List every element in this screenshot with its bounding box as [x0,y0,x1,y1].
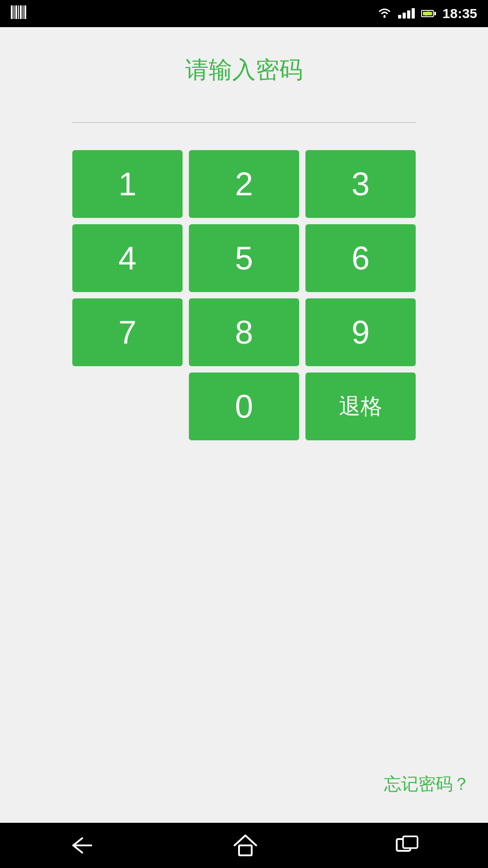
svg-rect-0 [11,5,13,19]
key-7[interactable]: 7 [72,298,183,366]
status-bar: ⚡ 18:35 [0,0,488,27]
status-bar-right: ⚡ 18:35 [377,6,477,21]
svg-rect-1 [14,5,14,19]
svg-rect-3 [18,5,19,19]
svg-rect-5 [23,5,23,19]
nav-recents-button[interactable] [388,828,427,863]
svg-rect-9 [239,845,252,855]
key-3[interactable]: 3 [305,150,416,218]
svg-rect-4 [20,5,22,19]
key-8[interactable]: 8 [189,298,299,366]
signal-icon [398,7,415,20]
status-bar-left [11,5,26,22]
prompt-title: 请输入密码 [185,54,303,86]
home-icon [233,834,258,857]
bottom-area: 忘记密码？ [0,440,488,823]
barcode-icon [11,5,26,22]
nav-home-button[interactable] [225,826,265,864]
svg-rect-11 [403,836,418,848]
svg-rect-6 [24,5,26,19]
wifi-icon [377,7,392,20]
status-time: 18:35 [442,6,477,21]
key-9[interactable]: 9 [305,298,416,366]
svg-point-7 [384,16,386,18]
input-line [72,122,416,123]
main-content: 请输入密码 1 2 3 4 5 6 7 8 9 0 退格 [0,27,488,440]
svg-rect-2 [15,5,17,19]
forgot-password-link[interactable]: 忘记密码？ [384,773,470,796]
key-5[interactable]: 5 [189,224,299,292]
key-2[interactable]: 2 [189,150,299,218]
nav-bar [0,823,488,868]
back-icon [69,835,96,855]
recents-icon [395,835,419,855]
key-6[interactable]: 6 [305,224,416,292]
key-0[interactable]: 0 [189,373,299,440]
key-4[interactable]: 4 [72,224,183,292]
key-1[interactable]: 1 [72,150,183,218]
battery-icon: ⚡ [421,10,436,17]
nav-back-button[interactable] [61,828,103,863]
key-empty [72,373,183,440]
key-backspace[interactable]: 退格 [305,373,416,440]
keypad: 1 2 3 4 5 6 7 8 9 0 退格 [72,150,416,440]
